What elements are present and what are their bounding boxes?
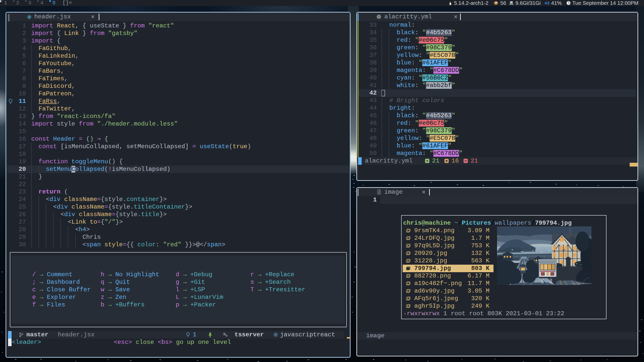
svg-text:www.DesktopBackground.org: www.DesktopBackground.org [572,283,591,285]
